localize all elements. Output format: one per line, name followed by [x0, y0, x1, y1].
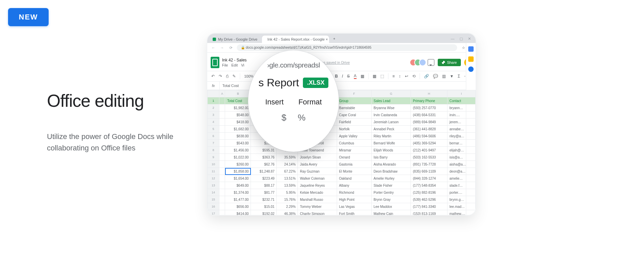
cell[interactable]: $649.00 — [225, 182, 251, 189]
menu-edit[interactable]: Edit — [231, 63, 238, 67]
cell[interactable] — [219, 147, 225, 154]
header-cell[interactable]: Group — [337, 97, 371, 104]
lens-percent-icon[interactable]: % — [298, 112, 306, 123]
italic-button[interactable]: I — [342, 74, 343, 79]
cell[interactable]: $363.76 — [251, 154, 277, 161]
cell[interactable]: Jaida Avery — [298, 161, 337, 168]
cell[interactable]: Mathew Cain — [371, 210, 411, 215]
cell[interactable]: $1,022.00 — [225, 154, 251, 161]
cell[interactable]: $88.17 — [251, 182, 277, 189]
link-icon[interactable]: 🔗 — [424, 74, 429, 79]
borders-icon[interactable]: ▦ — [373, 74, 376, 79]
cell[interactable] — [219, 203, 225, 210]
row-number[interactable]: 15 — [208, 196, 219, 203]
fx-input[interactable]: Total Cost — [220, 84, 239, 88]
cell[interactable] — [219, 196, 225, 203]
zoom-select[interactable]: 100% — [244, 74, 254, 78]
comment-history-icon[interactable] — [428, 59, 434, 66]
cell[interactable]: $1,858.00 — [225, 168, 251, 175]
cell[interactable]: Tommy Weber — [298, 203, 337, 210]
bookmark-icon[interactable]: ☆ — [462, 46, 465, 50]
cell[interactable]: deon@a… — [447, 168, 476, 175]
fill-color-icon[interactable]: ▦ — [361, 74, 364, 79]
cell[interactable]: Aisha Alvarado — [371, 161, 411, 168]
cell[interactable]: amelie… — [447, 175, 476, 182]
cell[interactable]: (361) 441-8828 — [411, 126, 447, 133]
cell[interactable]: (835) 669-1109 — [411, 168, 447, 175]
cell[interactable]: Annabel Peck — [371, 126, 411, 133]
sheets-logo-icon[interactable] — [211, 57, 219, 68]
calendar-icon[interactable] — [468, 46, 474, 52]
row-number[interactable]: 17 — [208, 210, 219, 215]
cell[interactable]: (539) 462-5296 — [411, 196, 447, 203]
cell[interactable]: Cape Coral — [337, 111, 371, 119]
column-header[interactable]: G — [371, 90, 411, 97]
cell[interactable]: Amelie Hurley — [371, 175, 411, 182]
cell[interactable]: $232.71 — [251, 196, 277, 203]
wrap-icon[interactable]: ↩ — [405, 74, 408, 79]
cell[interactable]: Riley Martin — [371, 133, 411, 140]
lens-currency-icon[interactable]: $ — [281, 112, 286, 123]
cell[interactable] — [219, 126, 225, 133]
cell[interactable] — [219, 154, 225, 161]
menu-file[interactable]: File — [222, 63, 228, 67]
header-cell[interactable]: Contact — [447, 97, 476, 104]
keep-icon[interactable] — [468, 56, 474, 62]
cell[interactable]: (844) 328-1274 — [411, 175, 447, 182]
cell[interactable]: Oakland — [337, 175, 371, 182]
cell[interactable]: lee.mad… — [447, 203, 476, 210]
row-number[interactable]: 16 — [208, 203, 219, 210]
new-tab-button[interactable]: + — [331, 36, 337, 42]
cell[interactable]: Bernard Wolfe — [371, 140, 411, 147]
column-header[interactable]: H — [411, 90, 447, 97]
cell[interactable] — [219, 119, 225, 126]
column-header[interactable]: F — [337, 90, 371, 97]
cell[interactable]: $15.01 — [251, 203, 277, 210]
row-number[interactable]: 13 — [208, 182, 219, 189]
cell[interactable]: Kelsie Mercado — [298, 189, 337, 196]
cell[interactable]: (405) 369-5294 — [411, 140, 447, 147]
cell[interactable]: Oxnard — [337, 154, 371, 161]
cell[interactable]: slade.f… — [447, 182, 476, 189]
row-number[interactable]: 8 — [208, 147, 219, 154]
cell[interactable]: (891) 735-7728 — [411, 161, 447, 168]
merge-icon[interactable]: ⬚ — [380, 74, 384, 79]
cell[interactable] — [219, 182, 225, 189]
cell[interactable]: 46.38% — [277, 210, 298, 215]
halign-icon[interactable]: ≡ — [392, 74, 395, 79]
cell[interactable]: riley@a… — [447, 133, 476, 140]
cell[interactable]: El Monte — [337, 168, 371, 175]
filter-icon[interactable]: ▼ — [450, 74, 454, 79]
tasks-icon[interactable] — [468, 66, 474, 72]
cell[interactable]: $838.00 — [225, 133, 251, 140]
undo-icon[interactable]: ↶ — [211, 74, 215, 79]
strike-button[interactable]: S — [347, 74, 350, 79]
window-controls[interactable]: — ▢ ✕ — [451, 37, 473, 43]
cell[interactable]: $548.00 — [225, 111, 251, 119]
spreadsheet-grid[interactable]: ABCDEFGHI1Total CostonGroupSales LeadPri… — [207, 90, 476, 215]
row-number[interactable]: 14 — [208, 189, 219, 196]
cell[interactable]: bryann… — [447, 104, 476, 111]
cell[interactable]: 24.14% — [277, 161, 298, 168]
cell[interactable] — [219, 189, 225, 196]
row-number[interactable]: 11 — [208, 168, 219, 175]
cell[interactable]: Porter Gentry — [371, 189, 411, 196]
cell[interactable]: elijah@… — [447, 147, 476, 154]
cell[interactable]: (593) 257-0770 — [411, 104, 447, 111]
comment-icon[interactable]: 💬 — [433, 74, 438, 79]
chart-icon[interactable]: ▥ — [442, 74, 446, 79]
column-header[interactable]: I — [447, 90, 476, 97]
cell[interactable]: Charity Simpson — [298, 210, 337, 215]
cell[interactable]: Deon Bradshaw — [371, 168, 411, 175]
bold-button[interactable]: B — [335, 74, 338, 79]
cell[interactable] — [219, 175, 225, 182]
cell[interactable]: Irvin Castaneda — [371, 111, 411, 119]
cell[interactable]: (153) 813-1169 — [411, 210, 447, 215]
cell[interactable]: 2.29% — [277, 203, 298, 210]
cell[interactable]: annabe… — [447, 126, 476, 133]
cell[interactable]: (486) 594-5606 — [411, 133, 447, 140]
cell[interactable]: $1,477.00 — [225, 196, 251, 203]
cell[interactable]: Fort Smith — [337, 210, 371, 215]
row-number[interactable]: 10 — [208, 161, 219, 168]
row-number[interactable]: 3 — [208, 111, 219, 119]
